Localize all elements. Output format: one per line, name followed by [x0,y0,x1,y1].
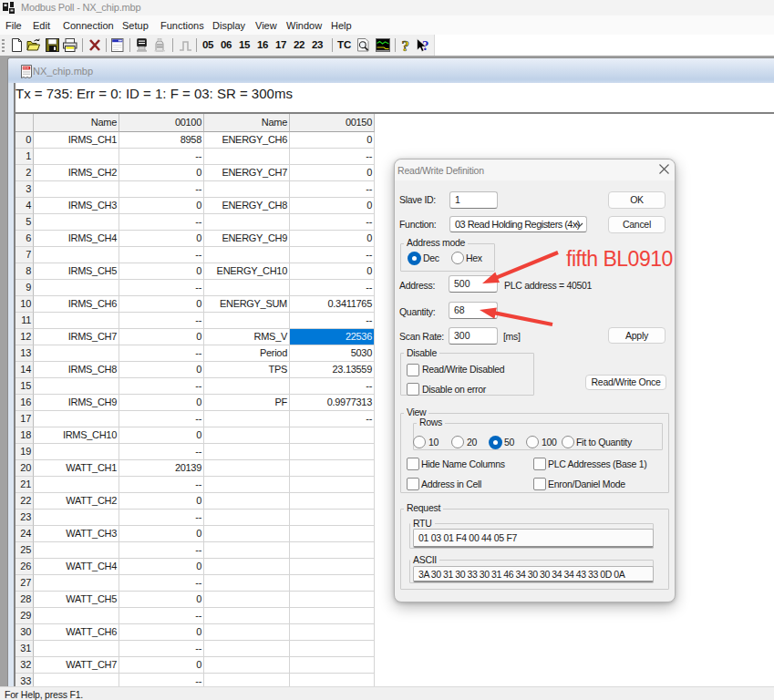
svg-text:?: ? [402,38,410,53]
